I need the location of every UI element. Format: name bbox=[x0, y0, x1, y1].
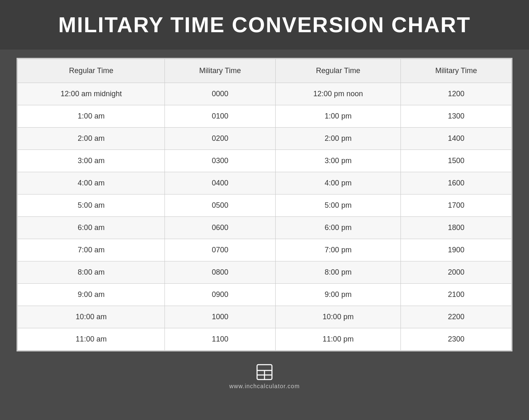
table-row: 2:00 am02002:00 pm1400 bbox=[18, 128, 512, 150]
table-row: 7:00 am07007:00 pm1900 bbox=[18, 239, 512, 261]
table-cell: 0400 bbox=[165, 172, 276, 195]
table-cell: 3:00 pm bbox=[275, 150, 401, 172]
table-cell: 8:00 pm bbox=[275, 261, 401, 284]
table-cell: 2:00 pm bbox=[275, 128, 401, 150]
table-cell: 0600 bbox=[165, 217, 276, 239]
col-header-military-time-2: Military Time bbox=[401, 59, 512, 83]
table-cell: 11:00 pm bbox=[275, 328, 401, 351]
table-cell: 1:00 pm bbox=[275, 105, 401, 128]
table-cell: 2300 bbox=[401, 328, 512, 351]
table-cell: 8:00 am bbox=[18, 261, 165, 284]
table-row: 9:00 am09009:00 pm2100 bbox=[18, 284, 512, 306]
table-row: 4:00 am04004:00 pm1600 bbox=[18, 172, 512, 195]
table-cell: 6:00 am bbox=[18, 217, 165, 239]
col-header-military-time-1: Military Time bbox=[165, 59, 276, 83]
table-cell: 1700 bbox=[401, 195, 512, 217]
table-cell: 1400 bbox=[401, 128, 512, 150]
table-cell: 2000 bbox=[401, 261, 512, 284]
conversion-table-container: Regular Time Military Time Regular Time … bbox=[17, 58, 512, 351]
table-cell: 1200 bbox=[401, 83, 512, 105]
table-cell: 9:00 am bbox=[18, 284, 165, 306]
table-cell: 1100 bbox=[165, 328, 276, 351]
table-cell: 0000 bbox=[165, 83, 276, 105]
calculator-icon bbox=[256, 364, 273, 380]
table-row: 10:00 am100010:00 pm2200 bbox=[18, 306, 512, 328]
table-cell: 2100 bbox=[401, 284, 512, 306]
footer-url: www.inchcalculator.com bbox=[229, 383, 300, 389]
table-row: 3:00 am03003:00 pm1500 bbox=[18, 150, 512, 172]
table-cell: 0900 bbox=[165, 284, 276, 306]
table-cell: 7:00 am bbox=[18, 239, 165, 261]
table-cell: 0700 bbox=[165, 239, 276, 261]
table-cell: 2200 bbox=[401, 306, 512, 328]
col-header-regular-time-2: Regular Time bbox=[275, 59, 401, 83]
table-body: 12:00 am midnight000012:00 pm noon12001:… bbox=[18, 83, 512, 351]
table-header: Regular Time Military Time Regular Time … bbox=[18, 59, 512, 83]
table-cell: 3:00 am bbox=[18, 150, 165, 172]
table-cell: 5:00 am bbox=[18, 195, 165, 217]
table-cell: 1600 bbox=[401, 172, 512, 195]
table-cell: 1300 bbox=[401, 105, 512, 128]
table-cell: 7:00 pm bbox=[275, 239, 401, 261]
table-cell: 1900 bbox=[401, 239, 512, 261]
table-cell: 0100 bbox=[165, 105, 276, 128]
table-row: 1:00 am01001:00 pm1300 bbox=[18, 105, 512, 128]
table-cell: 1:00 am bbox=[18, 105, 165, 128]
table-row: 5:00 am05005:00 pm1700 bbox=[18, 195, 512, 217]
table-cell: 2:00 am bbox=[18, 128, 165, 150]
table-cell: 9:00 pm bbox=[275, 284, 401, 306]
table-cell: 4:00 am bbox=[18, 172, 165, 195]
page-title: Military Time Conversion Chart bbox=[17, 12, 512, 37]
table-cell: 5:00 pm bbox=[275, 195, 401, 217]
table-row: 12:00 am midnight000012:00 pm noon1200 bbox=[18, 83, 512, 105]
table-row: 8:00 am08008:00 pm2000 bbox=[18, 261, 512, 284]
table-cell: 1800 bbox=[401, 217, 512, 239]
table-cell: 0200 bbox=[165, 128, 276, 150]
table-cell: 4:00 pm bbox=[275, 172, 401, 195]
table-cell: 0300 bbox=[165, 150, 276, 172]
table-cell: 12:00 am midnight bbox=[18, 83, 165, 105]
page-footer: www.inchcalculator.com bbox=[229, 364, 300, 389]
header-row: Regular Time Military Time Regular Time … bbox=[18, 59, 512, 83]
conversion-table: Regular Time Military Time Regular Time … bbox=[17, 59, 512, 351]
table-cell: 6:00 pm bbox=[275, 217, 401, 239]
table-cell: 12:00 pm noon bbox=[275, 83, 401, 105]
col-header-regular-time-1: Regular Time bbox=[18, 59, 165, 83]
table-cell: 0800 bbox=[165, 261, 276, 284]
table-cell: 10:00 am bbox=[18, 306, 165, 328]
table-cell: 1500 bbox=[401, 150, 512, 172]
table-cell: 0500 bbox=[165, 195, 276, 217]
table-cell: 11:00 am bbox=[18, 328, 165, 351]
page-header: Military Time Conversion Chart bbox=[0, 0, 529, 50]
table-row: 6:00 am06006:00 pm1800 bbox=[18, 217, 512, 239]
table-row: 11:00 am110011:00 pm2300 bbox=[18, 328, 512, 351]
table-cell: 10:00 pm bbox=[275, 306, 401, 328]
table-cell: 1000 bbox=[165, 306, 276, 328]
